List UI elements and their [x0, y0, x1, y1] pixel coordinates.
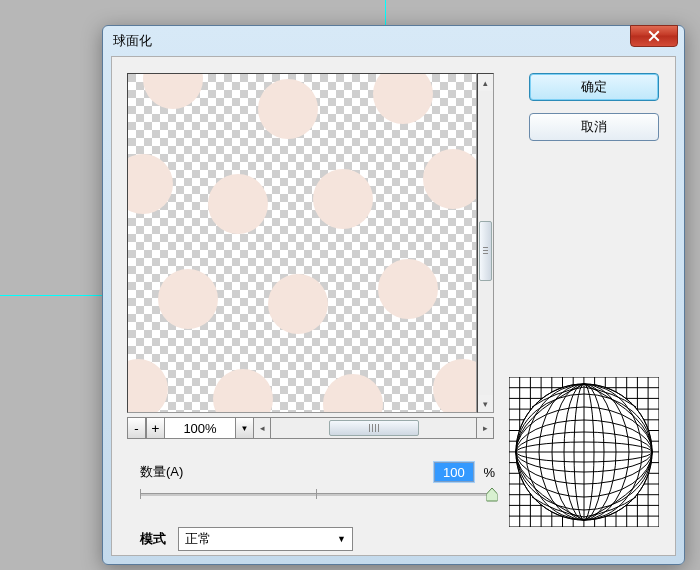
preview-hscrollbar[interactable]: ◂ ▸ [254, 417, 494, 439]
zoom-in-button[interactable]: + [146, 417, 165, 439]
dialog-client: ▴ ▾ - + 100% ▼ ◂ ▸ 数量(A) % [111, 56, 676, 556]
cancel-button[interactable]: 取消 [529, 113, 659, 141]
preview-area[interactable] [127, 73, 477, 413]
ruler-guide-horizontal [0, 295, 102, 296]
mode-selected: 正常 [185, 530, 211, 548]
button-column: 确定 取消 [529, 73, 659, 153]
zoom-value: 100% [165, 417, 235, 439]
amount-slider[interactable] [140, 485, 492, 503]
scroll-up-icon[interactable]: ▴ [478, 74, 493, 91]
chevron-down-icon: ▼ [337, 534, 346, 544]
slider-tick-min [140, 489, 141, 499]
ok-button[interactable]: 确定 [529, 73, 659, 101]
zoom-dropdown[interactable]: ▼ [235, 417, 254, 439]
titlebar[interactable]: 球面化 [103, 26, 684, 56]
mode-label: 模式 [140, 530, 166, 548]
close-icon [648, 30, 660, 42]
amount-input[interactable] [434, 462, 474, 482]
mode-row: 模式 正常 ▼ [140, 527, 353, 551]
amount-label: 数量(A) [140, 463, 183, 481]
spherize-dialog: 球面化 ▴ ▾ - [102, 25, 685, 565]
amount-row: 数量(A) % [140, 462, 495, 482]
hscroll-track[interactable] [271, 418, 476, 438]
zoom-out-button[interactable]: - [127, 417, 146, 439]
scroll-left-icon[interactable]: ◂ [254, 418, 271, 438]
close-button[interactable] [630, 25, 678, 47]
vscroll-thumb[interactable] [479, 221, 492, 281]
slider-thumb[interactable] [487, 488, 498, 502]
hscroll-thumb[interactable] [329, 420, 419, 436]
amount-unit: % [483, 465, 495, 480]
ruler-guide-vertical [385, 0, 386, 25]
preview-vscrollbar[interactable]: ▴ ▾ [477, 73, 494, 413]
scroll-right-icon[interactable]: ▸ [476, 418, 493, 438]
spherize-wireframe-icon [509, 377, 659, 527]
slider-tick-mid [316, 489, 317, 499]
zoom-row: - + 100% ▼ ◂ ▸ [127, 417, 494, 439]
mode-select[interactable]: 正常 ▼ [178, 527, 353, 551]
scroll-down-icon[interactable]: ▾ [478, 395, 493, 412]
vscroll-track[interactable] [478, 91, 493, 395]
dialog-title: 球面化 [113, 32, 152, 50]
